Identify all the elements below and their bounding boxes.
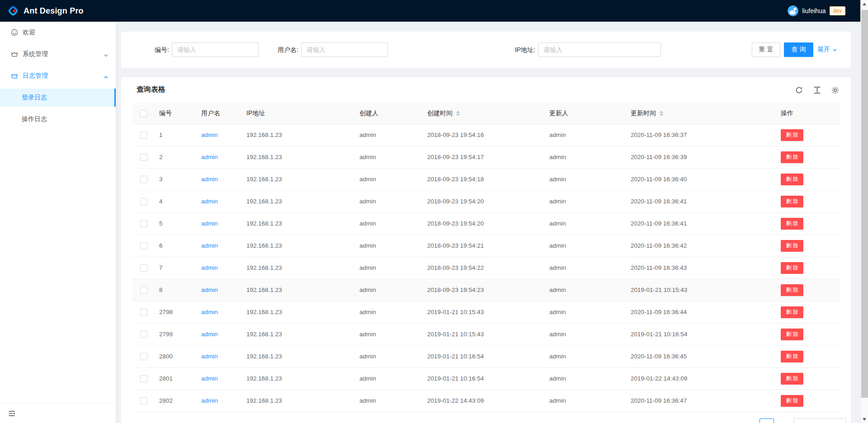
cell-updater: admin: [546, 279, 627, 301]
cell-username-link[interactable]: admin: [201, 132, 218, 138]
sort-control[interactable]: [660, 111, 663, 116]
cell-id: 2802: [156, 390, 198, 412]
table-row: 2799admin192.168.1.23admin2019-01-21 10:…: [132, 323, 840, 345]
cell-id: 3: [156, 168, 198, 190]
sidebar-item-log-management[interactable]: 日志管理: [0, 67, 116, 85]
sidebar-item-label: 日志管理: [23, 72, 48, 80]
row-checkbox[interactable]: [140, 198, 147, 205]
pagination-current-page[interactable]: [760, 418, 774, 423]
cell-updater: admin: [546, 323, 627, 345]
query-button[interactable]: 查 询: [784, 42, 813, 57]
delete-button[interactable]: 删 除: [781, 174, 803, 185]
cell-creator: admin: [356, 345, 424, 367]
cell-id: 8: [156, 279, 198, 301]
pagination-page-size-select[interactable]: [793, 418, 846, 423]
row-checkbox[interactable]: [140, 375, 147, 382]
delete-button[interactable]: 删 除: [781, 306, 803, 318]
expand-link[interactable]: 展开: [817, 42, 837, 57]
app-header: Ant Design Pro liufeihua dev: [0, 0, 868, 22]
row-checkbox[interactable]: [140, 331, 147, 338]
ip-input[interactable]: [538, 42, 661, 57]
delete-button[interactable]: 删 除: [781, 284, 803, 296]
cell-id: 2800: [156, 345, 198, 367]
cell-updater: admin: [546, 235, 627, 257]
delete-button[interactable]: 删 除: [781, 151, 803, 163]
cell-id: 5: [156, 212, 198, 235]
reload-icon[interactable]: [795, 86, 803, 94]
scrollbar-down-arrow[interactable]: [861, 415, 868, 423]
cell-ip: 192.168.1.23: [243, 235, 356, 257]
column-height-icon[interactable]: [813, 86, 821, 94]
cell-creator: admin: [356, 367, 424, 390]
delete-button[interactable]: 删 除: [781, 240, 803, 252]
cell-username-link[interactable]: admin: [201, 198, 218, 205]
delete-button[interactable]: 删 除: [781, 262, 803, 274]
settings-gear-icon[interactable]: [831, 86, 839, 94]
sidebar-menu: 欢迎 系统管理 日志管理 登录日志: [0, 22, 116, 128]
cell-updater: admin: [546, 257, 627, 279]
row-checkbox[interactable]: [140, 309, 147, 316]
reset-button[interactable]: 重 置: [752, 42, 780, 57]
user-name[interactable]: liufeihua: [802, 7, 826, 14]
user-avatar[interactable]: [788, 5, 798, 16]
field-label-ip: IP地址:: [121, 42, 535, 57]
scrollbar-up-arrow[interactable]: [861, 0, 868, 8]
cell-username-link[interactable]: admin: [201, 353, 218, 360]
row-checkbox[interactable]: [140, 264, 147, 272]
cell-updated-at: 2020-11-09 16:36:37: [627, 124, 777, 146]
cell-created-at: 2019-01-22 14:43:09: [424, 390, 546, 412]
cell-updated-at: 2019-01-21 10:16:54: [627, 323, 777, 345]
scrollbar-thumb[interactable]: [861, 10, 868, 398]
cell-ip: 192.168.1.23: [243, 146, 356, 168]
cell-creator: admin: [356, 390, 424, 412]
cell-creator: admin: [356, 124, 424, 146]
cell-username-link[interactable]: admin: [201, 220, 218, 227]
cell-id: 2799: [156, 323, 198, 345]
sidebar-item-operation-log[interactable]: 操作日志: [0, 110, 116, 128]
cell-id: 2801: [156, 367, 198, 390]
cell-created-at: 2019-01-21 10:15:43: [424, 301, 546, 323]
app-logo[interactable]: Ant Design Pro: [7, 5, 84, 17]
cell-username-link[interactable]: admin: [201, 264, 218, 271]
row-checkbox[interactable]: [140, 242, 147, 249]
sidebar-footer: [0, 403, 116, 423]
row-checkbox[interactable]: [140, 397, 147, 404]
cell-username-link[interactable]: admin: [201, 242, 218, 249]
cell-creator: admin: [356, 279, 424, 301]
row-checkbox[interactable]: [140, 132, 147, 139]
row-checkbox[interactable]: [140, 176, 147, 183]
cell-username-link[interactable]: admin: [201, 309, 218, 315]
row-checkbox[interactable]: [140, 220, 147, 227]
chevron-down-icon: [104, 52, 108, 57]
delete-button[interactable]: 删 除: [781, 351, 803, 362]
cell-username-link[interactable]: admin: [201, 397, 218, 404]
delete-button[interactable]: 删 除: [781, 218, 803, 230]
cell-username-link[interactable]: admin: [201, 375, 218, 382]
delete-button[interactable]: 删 除: [781, 395, 803, 407]
sidebar-item-system-management[interactable]: 系统管理: [0, 45, 116, 63]
row-checkbox[interactable]: [140, 154, 147, 161]
menu-fold-icon[interactable]: [8, 410, 15, 417]
smile-icon: [11, 29, 18, 36]
cell-ip: 192.168.1.23: [243, 190, 356, 212]
row-checkbox[interactable]: [140, 353, 147, 360]
cell-ip: 192.168.1.23: [243, 279, 356, 301]
delete-button[interactable]: 删 除: [781, 329, 803, 340]
cell-username-link[interactable]: admin: [201, 154, 218, 160]
sort-control[interactable]: [456, 111, 460, 116]
delete-button[interactable]: 删 除: [781, 196, 803, 207]
cell-username-link[interactable]: admin: [201, 331, 218, 338]
cell-username-link[interactable]: admin: [201, 287, 218, 293]
sidebar-item-login-log[interactable]: 登录日志: [0, 89, 116, 107]
table-row: 2801admin192.168.1.23admin2019-01-21 10:…: [132, 367, 840, 390]
row-checkbox[interactable]: [140, 287, 147, 294]
table-row: 6admin192.168.1.23admin2018-09-23 19:54:…: [132, 235, 840, 257]
select-all-checkbox[interactable]: [140, 110, 147, 117]
cell-updated-at: 2020-11-09 16:36:44: [627, 301, 777, 323]
delete-button[interactable]: 删 除: [781, 373, 803, 385]
sidebar-item-welcome[interactable]: 欢迎: [0, 24, 116, 42]
env-tag: dev: [830, 6, 845, 15]
cell-username-link[interactable]: admin: [201, 176, 218, 183]
header-user-area: liufeihua dev: [788, 0, 845, 22]
delete-button[interactable]: 删 除: [781, 129, 803, 141]
